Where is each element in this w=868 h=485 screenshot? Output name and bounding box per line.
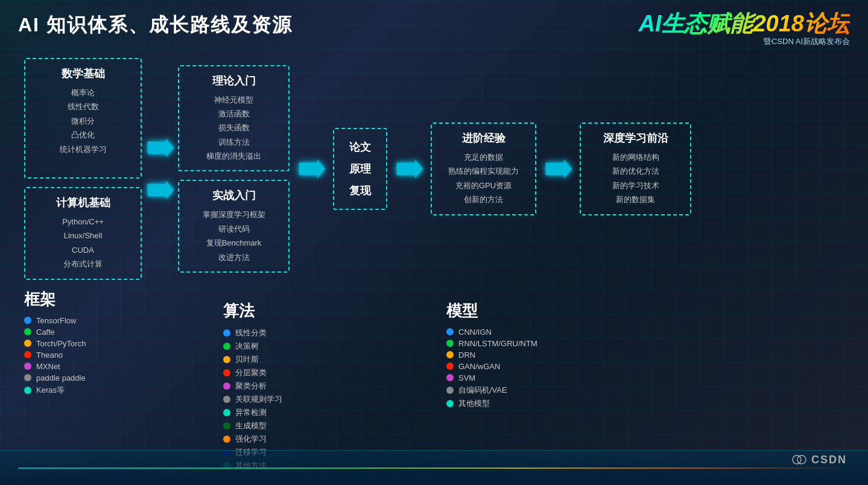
list-item: 其他模型 (446, 398, 657, 409)
logo-sub: 暨CSDN AI新战略发布会 (638, 36, 850, 47)
legend-label: 贝叶斯 (235, 354, 259, 365)
list-item: 生成模型 (223, 420, 398, 431)
left-boxes: 数学基础 概率论线性代数微积分凸优化统计机器学习 计算机基础 Python/C+… (24, 58, 142, 280)
dot (24, 317, 31, 324)
arrow-3 (394, 157, 424, 181)
math-box: 数学基础 概率论线性代数微积分凸优化统计机器学习 (24, 58, 142, 179)
models-section: 模型 CNN/IGN RNN/LSTM/GRU/NTM DRN GAN/wGAN… (446, 289, 657, 409)
dot (24, 351, 31, 358)
dot (223, 369, 230, 376)
legend-label: TensorFlow (36, 316, 76, 325)
list-item: GAN/wGAN (446, 362, 657, 371)
models-list: CNN/IGN RNN/LSTM/GRU/NTM DRN GAN/wGAN SV… (446, 328, 657, 409)
dot (223, 329, 230, 337)
deep-title: 深度学习前沿 (591, 131, 680, 145)
legend-label: SVM (458, 373, 475, 382)
dot (446, 374, 454, 381)
legend-label: 其他模型 (458, 398, 490, 409)
csdn-icon (791, 451, 808, 468)
list-item: 强化学习 (223, 434, 398, 445)
legend-label: MXNet (36, 362, 60, 371)
deep-box: 深度学习前沿 新的网络结构新的优化方法新的学习技术新的数据集 (580, 122, 691, 215)
svg-point-6 (797, 455, 806, 464)
list-item: 线性分类 (223, 328, 398, 338)
practice-title: 实战入门 (189, 188, 279, 203)
list-item: Caffe (24, 328, 187, 337)
list-item: TensorFlow (24, 316, 187, 325)
dot (24, 328, 31, 335)
list-item: 关联规则学习 (223, 394, 398, 405)
frameworks-list: TensorFlow Caffe Torch/PyTorch Theano MX… (24, 316, 187, 396)
model-spacer (446, 289, 657, 298)
list-item: Torch/PyTorch (24, 339, 187, 348)
advanced-box: 进阶经验 充足的数据熟练的编程实现能力充裕的GPU资源创新的方法 (431, 122, 536, 215)
legend-label: 自编码机/VAE (458, 385, 507, 396)
dot (223, 409, 230, 416)
list-item: DRN (446, 350, 657, 360)
list-item: Keras等 (24, 385, 187, 396)
advanced-title: 进阶经验 (442, 131, 525, 145)
math-items: 概率论线性代数微积分凸优化统计机器学习 (35, 86, 131, 156)
legend-label: 聚类分析 (235, 381, 267, 391)
legend-label: CNN/IGN (458, 328, 492, 337)
svg-marker-0 (148, 139, 174, 157)
paper-box: 论文原理复现 (333, 128, 387, 210)
dot (446, 351, 454, 358)
algorithms-list: 线性分类 决策树 贝叶斯 分层聚类 聚类分析 关联规则学习 异常检测 (223, 328, 398, 471)
arrow-1-top (145, 136, 175, 160)
legend-label: Torch/PyTorch (36, 339, 86, 348)
models-label: 模型 (446, 300, 657, 322)
arrow-2-area (296, 157, 326, 181)
legend-label: 强化学习 (235, 434, 267, 445)
dot (24, 340, 31, 347)
svg-marker-2 (299, 160, 325, 178)
legend-label: 关联规则学习 (235, 394, 282, 405)
svg-marker-3 (397, 160, 423, 178)
list-item: CNN/IGN (446, 328, 657, 337)
computer-box: 计算机基础 Python/C++Linux/ShellCUDA分布式计算 (24, 187, 142, 280)
list-item: paddle paddle (24, 373, 187, 382)
legend-label: paddle paddle (36, 373, 86, 382)
dot (223, 436, 230, 443)
theory-items: 神经元模型激活函数损失函数训练方法梯度的消失溢出 (189, 93, 279, 163)
logo-main: AI生态赋能2018论坛 (638, 12, 850, 35)
bottom-section: 框架 TensorFlow Caffe Torch/PyTorch Theano… (18, 289, 850, 471)
legend-label: GAN/wGAN (458, 362, 500, 371)
bottom-tech-line (18, 468, 850, 469)
list-item: MXNet (24, 362, 187, 371)
list-item: 决策树 (223, 341, 398, 352)
flow-diagram: 数学基础 概率论线性代数微积分凸优化统计机器学习 计算机基础 Python/C+… (18, 58, 850, 280)
legend-label: Keras等 (36, 385, 65, 396)
svg-marker-1 (148, 181, 174, 199)
advanced-items: 充足的数据熟练的编程实现能力充裕的GPU资源创新的方法 (442, 150, 525, 207)
legend-label: 生成模型 (235, 420, 267, 431)
page-title: AI 知识体系、成长路线及资源 (18, 12, 293, 39)
dot (24, 387, 31, 394)
paper-text: 论文原理复现 (349, 136, 371, 201)
dot (223, 343, 230, 350)
algorithms-section: 算法 线性分类 决策树 贝叶斯 分层聚类 聚类分析 关联规则学习 (223, 289, 398, 471)
algo-spacer (223, 289, 398, 298)
csdn-text: CSDN (811, 454, 847, 466)
dot (446, 340, 454, 347)
legend-label: RNN/LSTM/GRU/NTM (458, 339, 537, 348)
practice-box: 实战入门 掌握深度学习框架研读代码复现Benchmark改进方法 (178, 180, 290, 273)
list-item: Theano (24, 350, 187, 360)
legend-label: 异常检测 (235, 407, 267, 418)
list-item: SVM (446, 373, 657, 382)
dot (24, 363, 31, 370)
practice-items: 掌握深度学习框架研读代码复现Benchmark改进方法 (189, 208, 279, 264)
arrow-4 (543, 157, 573, 181)
dot (446, 387, 454, 394)
header: AI 知识体系、成长路线及资源 AI生态赋能2018论坛 暨CSDN AI新战略… (18, 12, 850, 47)
dot (446, 328, 454, 335)
legend-label: 决策树 (235, 341, 259, 352)
dot (223, 396, 230, 403)
legend-label: DRN (458, 350, 475, 360)
theory-box: 理论入门 神经元模型激活函数损失函数训练方法梯度的消失溢出 (178, 65, 290, 172)
computer-title: 计算机基础 (35, 195, 131, 210)
algorithms-label: 算法 (223, 300, 398, 322)
arrow-1-area (145, 136, 175, 202)
dot (446, 400, 454, 407)
svg-point-5 (793, 455, 801, 464)
